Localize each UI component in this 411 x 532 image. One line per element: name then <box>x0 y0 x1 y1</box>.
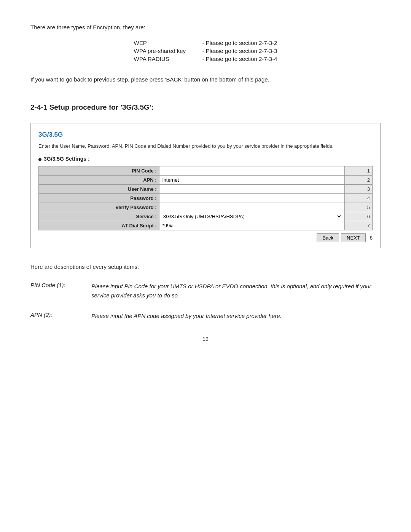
settings-label: 3G/3.5G Settings : <box>44 156 90 162</box>
field-row-password: Password : 4 <box>39 193 373 203</box>
back-note: If you want to go back to previous step,… <box>30 75 381 84</box>
input-cell-username <box>159 184 344 193</box>
input-cell-verify-password <box>159 203 344 212</box>
input-cell-password <box>159 193 344 203</box>
username-input[interactable] <box>162 186 342 192</box>
settings-label-row: 3G/3.5G Settings : <box>38 156 373 164</box>
button-row: Back NEXT 8 <box>38 233 373 242</box>
password-input[interactable] <box>162 195 342 201</box>
encryption-list: WEP - Please go to section 2-7-3-2 WPA p… <box>134 40 277 64</box>
page-number: 19 <box>30 336 381 342</box>
bullet-icon <box>38 158 41 161</box>
field-row-service: Service : 3G/3.5G Only (UMTS/HSPA/HSDPA)… <box>39 212 373 221</box>
verify-password-input[interactable] <box>162 204 342 211</box>
desc-row-pin: PIN Code (1): Please input Pin Code for … <box>30 282 381 300</box>
back-button[interactable]: Back <box>317 233 339 242</box>
input-cell-apn <box>159 175 344 184</box>
enc-type-wpa-psk: WPA pre-shared key <box>134 48 195 54</box>
enc-desc-wpa-radius: - Please go to section 2-7-3-4 <box>202 56 277 62</box>
field-row-verify-password: Verify Password : 5 <box>39 203 373 212</box>
desc-label-pin: PIN Code (1): <box>30 282 91 288</box>
enc-row-wpa-psk: WPA pre-shared key - Please go to sectio… <box>134 48 277 54</box>
setup-panel: 3G/3.5G Enter the User Name, Password, A… <box>30 123 381 248</box>
dial-script-input[interactable] <box>162 222 342 229</box>
number-dial-script: 7 <box>344 221 372 230</box>
desc-label-apn: APN (2): <box>30 312 91 318</box>
service-select[interactable]: 3G/3.5G Only (UMTS/HSPA/HSDPA) 2G Only 2… <box>162 213 342 220</box>
panel-description: Enter the User Name, Password, APN, PIN … <box>38 142 373 150</box>
enc-desc-wep: - Please go to section 2-7-3-2 <box>202 40 277 46</box>
number-apn: 2 <box>344 175 372 184</box>
enc-type-wep: WEP <box>134 40 195 46</box>
field-row-apn: APN : 2 <box>39 175 373 184</box>
number-password: 4 <box>344 193 372 203</box>
next-button[interactable]: NEXT <box>341 233 366 242</box>
input-cell-service: 3G/3.5G Only (UMTS/HSPA/HSDPA) 2G Only 2… <box>159 212 344 221</box>
label-service: Service : <box>39 212 159 221</box>
enc-desc-wpa-psk: - Please go to section 2-7-3-3 <box>202 48 277 54</box>
field-row-dial-script: AT Dial Script : 7 <box>39 221 373 230</box>
pin-code-input[interactable] <box>162 168 342 174</box>
label-username: User Name : <box>39 184 159 193</box>
desc-row-apn: APN (2): Please input the APN code assig… <box>30 312 381 321</box>
section-heading: 2-4-1 Setup procedure for '3G/3.5G': <box>30 103 381 112</box>
label-verify-password: Verify Password : <box>39 203 159 212</box>
enc-type-wpa-radius: WPA RADIUS <box>134 56 195 62</box>
note-number-8: 8 <box>370 235 373 241</box>
apn-input[interactable] <box>162 177 342 183</box>
descriptions-intro: Here are descriptions of every setup ite… <box>30 264 381 270</box>
label-password: Password : <box>39 193 159 203</box>
panel-title: 3G/3.5G <box>38 131 373 139</box>
number-service: 6 <box>344 212 372 221</box>
field-row-pin: PIN Code : 1 <box>39 166 373 175</box>
input-cell-dial-script <box>159 221 344 230</box>
label-apn: APN : <box>39 175 159 184</box>
desc-content-pin: Please input Pin Code for your UMTS or H… <box>91 282 381 300</box>
desc-content-apn: Please input the APN code assigned by yo… <box>91 312 381 321</box>
divider <box>30 274 381 274</box>
input-cell-pin <box>159 166 344 175</box>
field-row-username: User Name : 3 <box>39 184 373 193</box>
label-pin: PIN Code : <box>39 166 159 175</box>
number-verify-password: 5 <box>344 203 372 212</box>
label-dial-script: AT Dial Script : <box>39 221 159 230</box>
settings-form-table: PIN Code : 1 APN : 2 User Name : 3 Passw… <box>38 166 373 230</box>
intro-text: There are three types of Encryption, the… <box>30 23 381 32</box>
number-pin: 1 <box>344 166 372 175</box>
number-username: 3 <box>344 184 372 193</box>
enc-row-wpa-radius: WPA RADIUS - Please go to section 2-7-3-… <box>134 56 277 62</box>
enc-row-wep: WEP - Please go to section 2-7-3-2 <box>134 40 277 46</box>
